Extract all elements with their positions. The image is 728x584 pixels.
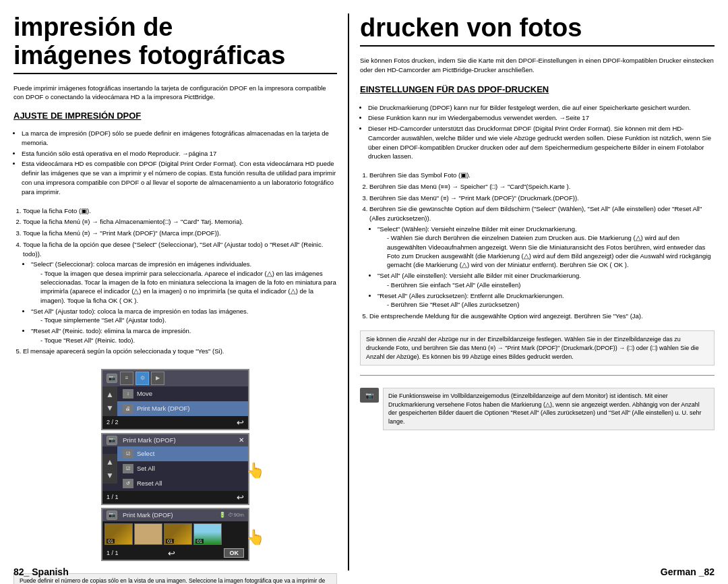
right-note-text: Sie können die Anzahl der Abzüge nur in …: [366, 336, 699, 359]
right-select-bullet: "Select" (Wählen): Versieht einzelne Bil…: [377, 225, 715, 269]
left-main-title: impresión de imágenes fotográficas: [13, 13, 337, 74]
right-bullet-0: Die Druckmarkierung (DPOF) kann nur für …: [368, 103, 715, 113]
menu-printmark-item[interactable]: 🖨 Print Mark (DPOF): [117, 401, 248, 416]
nav-down[interactable]: ▼: [104, 401, 116, 415]
step-item: Toque la ficha Foto (▣).: [23, 206, 337, 216]
screen3-wrapper: 📷 Print Mark (DPOF) 🔋 ⏱90m 01: [101, 508, 249, 561]
column-divider: [348, 13, 349, 571]
print-icon: 🖨: [123, 404, 133, 413]
right-note-box: Sie können die Anzahl der Abzüge nur in …: [360, 330, 715, 366]
step-item: Toque la ficha de la opción que desee ("…: [23, 240, 337, 345]
rs2-text: Berühren Sie das Menü" (≡) → "Print Mark…: [369, 194, 579, 202]
copies-note-text: Puede definir el número de copias sólo e…: [20, 577, 328, 584]
ui-window-2: 📷 Print Mark (DPOF) ✕ ▲ ▼ ☑ Select: [101, 433, 249, 505]
close-icon[interactable]: ✕: [239, 436, 244, 444]
time-icon: ⏱90m: [228, 512, 244, 518]
page-num-2: 1 / 1: [107, 494, 119, 500]
back-btn-2[interactable]: ↩: [237, 492, 244, 502]
menu-icon[interactable]: ≡: [120, 372, 133, 385]
select-bullet-text: "Select" (Wählen): Versieht einzelne Bil…: [377, 225, 577, 233]
setall-dash-text: Berühren Sie einfach "Set All" (Alle ein…: [391, 281, 521, 289]
right-subtitle: Sie können Fotos drucken, indem Sie die …: [360, 56, 715, 75]
screen2-title-label: Print Mark (DPOF): [123, 436, 176, 444]
move-icon: ↕: [123, 389, 133, 399]
ui-window-1: 📷 ≡ ⚙ ▶ ▲ ▼: [101, 369, 249, 430]
right-resetall-dash: Berühren Sie "Reset All" (Alles zurückse…: [387, 300, 715, 309]
rb1-text: Diese Funktion kann nur im Wiedergabemod…: [368, 114, 589, 121]
menu-move-item[interactable]: ↕ Move: [117, 386, 248, 401]
thumb-1[interactable]: 01: [104, 523, 133, 545]
bullet-item: La marca de impresión (DPOF) sólo se pue…: [22, 129, 337, 148]
footer-left: 82_ Spanish: [13, 566, 69, 577]
screen1-content: ▲ ▼ ↕ Move 🖨 Print Mark (DPOF): [102, 386, 248, 416]
finger-pointer-2: 👆: [246, 462, 264, 479]
right-camera-note-row: 📷 Die Funktionsweise im Vollbildanzeigem…: [360, 388, 715, 430]
right-section-heading: EINSTELLUNGEN FÜR DAS DPOF-DRUCKEN: [360, 84, 715, 94]
title-line1: impresión de: [13, 13, 173, 41]
select-item[interactable]: ☑ Select: [117, 446, 248, 461]
step-item: Toque la ficha Menú (≡) → "Print Mark (D…: [23, 229, 337, 238]
right-bullet-1: Diese Funktion kann nur im Wiedergabemod…: [368, 113, 715, 123]
bottom-note-1: Die Funktionsweise im Vollbildanzeigemod…: [383, 388, 715, 430]
battery-icons: 🔋 ⏱90m: [219, 512, 244, 518]
media-icon[interactable]: ▶: [151, 372, 164, 385]
nav-up[interactable]: ▲: [104, 388, 116, 401]
select-label: Select: [137, 450, 154, 457]
ok-button[interactable]: OK: [224, 548, 244, 558]
rb2-text: Dieser HD-Camcorder unterstützt das Druc…: [368, 125, 711, 160]
back-btn-3[interactable]: ↩: [168, 548, 175, 558]
page-num-3: 1 / 1: [107, 550, 119, 556]
screen1-titlebar: 📷 ≡ ⚙ ▶: [102, 370, 248, 386]
half-divider: [360, 375, 715, 376]
resetall-dash-text: Berühren Sie "Reset All" (Alles zurückse…: [391, 301, 520, 308]
sub-dash-item: Toque la imagen que desea imprimir para …: [40, 269, 337, 305]
left-title: impresión de imágenes fotográficas: [13, 13, 337, 78]
right-step-2: Berühren Sie das Menü" (≡) → "Print Mark…: [369, 194, 715, 203]
screen2-titlebar: 📷 Print Mark (DPOF) ✕: [102, 434, 248, 446]
sub-bullet-item: "Reset All" (Reinic. todo): elimina la m…: [31, 326, 337, 345]
right-setall-dash: Berühren Sie einfach "Set All" (Alle ein…: [387, 281, 715, 289]
step-item: El mensaje aparecerá según la opción sel…: [23, 347, 337, 356]
resetall-item[interactable]: ↺ Reset All: [117, 476, 248, 491]
right-steps: Berühren Sie das Symbol Foto (▣). Berühr…: [360, 171, 715, 322]
title-line2: imágenes fotográficas: [13, 41, 285, 69]
camera-icon-3: 📷: [107, 510, 117, 520]
footer-right: German _82: [661, 566, 715, 577]
bottom-notes: 📷 Die Funktionsweise im Vollbildanzeigem…: [360, 388, 715, 432]
screen3-title-label: Print Mark (DPOF): [123, 512, 173, 519]
setall-icon: ☑: [123, 464, 133, 473]
right-step-3: Berühren Sie die gewünschte Option auf d…: [369, 204, 715, 309]
rs1-text: Berühren Sie das Menü (≡≡) → Speicher" (…: [369, 183, 570, 190]
move-label: Move: [137, 390, 152, 397]
screen2-menu-items: ☑ Select ☑ Set All ↺ Reset All: [117, 446, 248, 491]
bullet-item: Esta función sólo está operativa en el m…: [22, 149, 337, 158]
screen2-bottom: 1 / 1 ↩: [102, 491, 248, 504]
rs0-text: Berühren Sie das Symbol Foto (▣).: [369, 171, 471, 179]
right-step-1: Berühren Sie das Menü (≡≡) → Speicher" (…: [369, 182, 715, 192]
thumb-4[interactable]: 01: [193, 523, 222, 545]
rb0-text: Die Druckmarkierung (DPOF) kann nur für …: [368, 104, 691, 111]
sub-dash-item: Toque "Reset All" (Reinic. todo).: [40, 336, 337, 345]
ui-window-3: 📷 Print Mark (DPOF) 🔋 ⏱90m 01: [101, 508, 249, 561]
thumb-num-3: 01: [166, 539, 174, 544]
camera-icon-bottom: 📷: [360, 388, 379, 403]
ui-screens-area: 📷 ≡ ⚙ ▶ ▲ ▼: [13, 369, 337, 561]
top-icons-row: ≡ ⚙ ▶: [120, 372, 164, 385]
page-footer: 82_ Spanish German _82: [13, 566, 715, 577]
left-subtitle: Puede imprimir imágenes fotográficas ins…: [13, 84, 337, 102]
setall-label: Set All: [137, 465, 155, 472]
back-btn-1[interactable]: ↩: [237, 417, 244, 428]
nav-down-2[interactable]: ▼: [104, 469, 116, 482]
finger-pointer-3: 👆: [246, 529, 264, 546]
setall-item[interactable]: ☑ Set All: [117, 461, 248, 476]
battery-icon: 🔋: [219, 512, 226, 518]
thumb-3[interactable]: 01: [164, 523, 192, 545]
thumb-2[interactable]: [134, 523, 162, 545]
settings-icon[interactable]: ⚙: [135, 372, 149, 385]
right-step-0: Berühren Sie das Symbol Foto (▣).: [369, 171, 715, 180]
nav-arrows-col-2: ▲ ▼: [102, 454, 117, 484]
setall-text: "Set All" (Alle einstellen): Versieht al…: [377, 272, 581, 279]
right-setall-bullet: "Set All" (Alle einstellen): Versieht al…: [377, 271, 715, 289]
right-bullets: Die Druckmarkierung (DPOF) kann nur für …: [360, 103, 715, 163]
nav-up-2[interactable]: ▲: [104, 455, 116, 469]
